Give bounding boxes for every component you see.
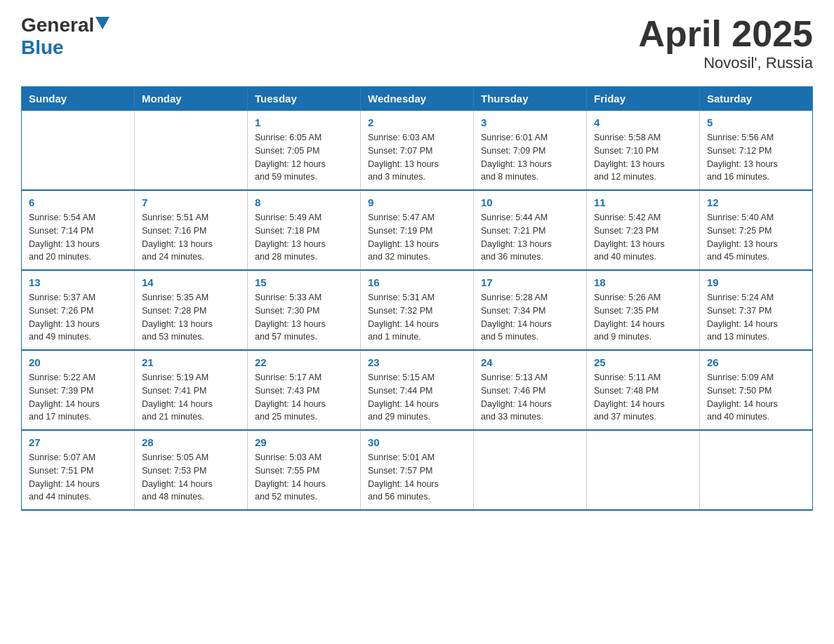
day-number: 20 <box>29 356 127 368</box>
calendar-cell: 14Sunrise: 5:35 AM Sunset: 7:28 PM Dayli… <box>135 270 248 350</box>
day-of-week-header: Thursday <box>474 87 587 111</box>
calendar-cell: 30Sunrise: 5:01 AM Sunset: 7:57 PM Dayli… <box>361 430 474 510</box>
day-of-week-header: Wednesday <box>361 87 474 111</box>
day-number: 7 <box>142 196 240 208</box>
calendar-cell <box>700 430 813 510</box>
calendar-cell: 25Sunrise: 5:11 AM Sunset: 7:48 PM Dayli… <box>587 350 700 430</box>
day-info: Sunrise: 5:15 AM Sunset: 7:44 PM Dayligh… <box>368 371 466 424</box>
calendar-cell: 1Sunrise: 6:05 AM Sunset: 7:05 PM Daylig… <box>248 111 361 191</box>
calendar-cell: 16Sunrise: 5:31 AM Sunset: 7:32 PM Dayli… <box>361 270 474 350</box>
calendar-cell: 23Sunrise: 5:15 AM Sunset: 7:44 PM Dayli… <box>361 350 474 430</box>
calendar-cell <box>587 430 700 510</box>
calendar-cell: 22Sunrise: 5:17 AM Sunset: 7:43 PM Dayli… <box>248 350 361 430</box>
calendar-table: SundayMondayTuesdayWednesdayThursdayFrid… <box>21 86 813 511</box>
day-number: 27 <box>29 436 127 448</box>
day-number: 1 <box>255 116 353 128</box>
calendar-cell <box>474 430 587 510</box>
day-info: Sunrise: 6:01 AM Sunset: 7:09 PM Dayligh… <box>481 131 579 184</box>
day-number: 21 <box>142 356 240 368</box>
day-info: Sunrise: 5:42 AM Sunset: 7:23 PM Dayligh… <box>594 211 692 264</box>
day-info: Sunrise: 5:51 AM Sunset: 7:16 PM Dayligh… <box>142 211 240 264</box>
calendar-cell: 10Sunrise: 5:44 AM Sunset: 7:21 PM Dayli… <box>474 190 587 270</box>
logo-triangle-icon <box>95 17 110 29</box>
day-number: 4 <box>594 116 692 128</box>
calendar-cell <box>22 111 135 191</box>
day-number: 8 <box>255 196 353 208</box>
day-number: 16 <box>368 276 466 288</box>
calendar-cell: 6Sunrise: 5:54 AM Sunset: 7:14 PM Daylig… <box>22 190 135 270</box>
page-header: General Blue April 2025 Novosil', Russia <box>21 14 813 72</box>
calendar-week-row: 20Sunrise: 5:22 AM Sunset: 7:39 PM Dayli… <box>22 350 813 430</box>
logo-general-text: General <box>21 14 94 36</box>
day-number: 3 <box>481 116 579 128</box>
day-number: 23 <box>368 356 466 368</box>
calendar-cell: 27Sunrise: 5:07 AM Sunset: 7:51 PM Dayli… <box>22 430 135 510</box>
day-info: Sunrise: 5:19 AM Sunset: 7:41 PM Dayligh… <box>142 371 240 424</box>
day-number: 19 <box>707 276 805 288</box>
calendar-cell: 8Sunrise: 5:49 AM Sunset: 7:18 PM Daylig… <box>248 190 361 270</box>
day-number: 5 <box>707 116 805 128</box>
day-info: Sunrise: 5:40 AM Sunset: 7:25 PM Dayligh… <box>707 211 805 264</box>
calendar-week-row: 27Sunrise: 5:07 AM Sunset: 7:51 PM Dayli… <box>22 430 813 510</box>
day-info: Sunrise: 5:03 AM Sunset: 7:55 PM Dayligh… <box>255 451 353 504</box>
day-info: Sunrise: 5:33 AM Sunset: 7:30 PM Dayligh… <box>255 291 353 344</box>
calendar-cell: 7Sunrise: 5:51 AM Sunset: 7:16 PM Daylig… <box>135 190 248 270</box>
calendar-subtitle: Novosil', Russia <box>638 54 813 72</box>
day-number: 24 <box>481 356 579 368</box>
day-info: Sunrise: 5:07 AM Sunset: 7:51 PM Dayligh… <box>29 451 127 504</box>
day-info: Sunrise: 5:58 AM Sunset: 7:10 PM Dayligh… <box>594 131 692 184</box>
calendar-cell: 17Sunrise: 5:28 AM Sunset: 7:34 PM Dayli… <box>474 270 587 350</box>
calendar-header-row: SundayMondayTuesdayWednesdayThursdayFrid… <box>22 87 813 111</box>
day-of-week-header: Friday <box>587 87 700 111</box>
day-info: Sunrise: 5:47 AM Sunset: 7:19 PM Dayligh… <box>368 211 466 264</box>
calendar-week-row: 13Sunrise: 5:37 AM Sunset: 7:26 PM Dayli… <box>22 270 813 350</box>
calendar-cell: 4Sunrise: 5:58 AM Sunset: 7:10 PM Daylig… <box>587 111 700 191</box>
calendar-cell: 15Sunrise: 5:33 AM Sunset: 7:30 PM Dayli… <box>248 270 361 350</box>
calendar-cell: 2Sunrise: 6:03 AM Sunset: 7:07 PM Daylig… <box>361 111 474 191</box>
day-number: 25 <box>594 356 692 368</box>
calendar-cell: 24Sunrise: 5:13 AM Sunset: 7:46 PM Dayli… <box>474 350 587 430</box>
calendar-cell: 29Sunrise: 5:03 AM Sunset: 7:55 PM Dayli… <box>248 430 361 510</box>
day-of-week-header: Tuesday <box>248 87 361 111</box>
calendar-week-row: 6Sunrise: 5:54 AM Sunset: 7:14 PM Daylig… <box>22 190 813 270</box>
day-of-week-header: Saturday <box>700 87 813 111</box>
calendar-cell: 18Sunrise: 5:26 AM Sunset: 7:35 PM Dayli… <box>587 270 700 350</box>
day-info: Sunrise: 5:35 AM Sunset: 7:28 PM Dayligh… <box>142 291 240 344</box>
logo-blue-text: Blue <box>21 36 110 59</box>
day-number: 2 <box>368 116 466 128</box>
day-info: Sunrise: 5:44 AM Sunset: 7:21 PM Dayligh… <box>481 211 579 264</box>
day-info: Sunrise: 5:11 AM Sunset: 7:48 PM Dayligh… <box>594 371 692 424</box>
day-of-week-header: Monday <box>135 87 248 111</box>
day-number: 12 <box>707 196 805 208</box>
calendar-cell: 9Sunrise: 5:47 AM Sunset: 7:19 PM Daylig… <box>361 190 474 270</box>
calendar-cell: 21Sunrise: 5:19 AM Sunset: 7:41 PM Dayli… <box>135 350 248 430</box>
calendar-cell: 3Sunrise: 6:01 AM Sunset: 7:09 PM Daylig… <box>474 111 587 191</box>
day-number: 11 <box>594 196 692 208</box>
day-info: Sunrise: 5:54 AM Sunset: 7:14 PM Dayligh… <box>29 211 127 264</box>
day-info: Sunrise: 5:37 AM Sunset: 7:26 PM Dayligh… <box>29 291 127 344</box>
day-info: Sunrise: 5:49 AM Sunset: 7:18 PM Dayligh… <box>255 211 353 264</box>
day-info: Sunrise: 5:22 AM Sunset: 7:39 PM Dayligh… <box>29 371 127 424</box>
calendar-cell: 19Sunrise: 5:24 AM Sunset: 7:37 PM Dayli… <box>700 270 813 350</box>
calendar-week-row: 1Sunrise: 6:05 AM Sunset: 7:05 PM Daylig… <box>22 111 813 191</box>
day-number: 6 <box>29 196 127 208</box>
day-number: 26 <box>707 356 805 368</box>
calendar-cell: 5Sunrise: 5:56 AM Sunset: 7:12 PM Daylig… <box>700 111 813 191</box>
day-number: 18 <box>594 276 692 288</box>
day-info: Sunrise: 5:13 AM Sunset: 7:46 PM Dayligh… <box>481 371 579 424</box>
logo: General Blue <box>21 14 110 59</box>
calendar-cell: 12Sunrise: 5:40 AM Sunset: 7:25 PM Dayli… <box>700 190 813 270</box>
day-number: 14 <box>142 276 240 288</box>
day-number: 13 <box>29 276 127 288</box>
calendar-cell: 11Sunrise: 5:42 AM Sunset: 7:23 PM Dayli… <box>587 190 700 270</box>
calendar-title: April 2025 <box>638 14 813 54</box>
day-info: Sunrise: 5:01 AM Sunset: 7:57 PM Dayligh… <box>368 451 466 504</box>
calendar-cell: 28Sunrise: 5:05 AM Sunset: 7:53 PM Dayli… <box>135 430 248 510</box>
calendar-cell: 20Sunrise: 5:22 AM Sunset: 7:39 PM Dayli… <box>22 350 135 430</box>
day-info: Sunrise: 5:56 AM Sunset: 7:12 PM Dayligh… <box>707 131 805 184</box>
day-info: Sunrise: 5:28 AM Sunset: 7:34 PM Dayligh… <box>481 291 579 344</box>
calendar-cell: 26Sunrise: 5:09 AM Sunset: 7:50 PM Dayli… <box>700 350 813 430</box>
day-of-week-header: Sunday <box>22 87 135 111</box>
day-info: Sunrise: 5:17 AM Sunset: 7:43 PM Dayligh… <box>255 371 353 424</box>
day-info: Sunrise: 6:03 AM Sunset: 7:07 PM Dayligh… <box>368 131 466 184</box>
